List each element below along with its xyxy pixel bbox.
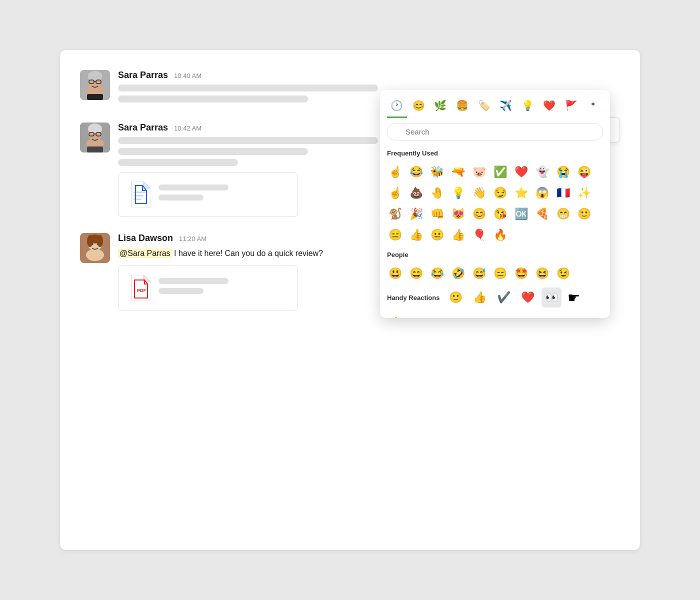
emoji-cell[interactable]: 😑 [490,264,510,284]
emoji-picker: 🕐 😊 🌿 🍔 🏷️ ✈️ 💡 ❤️ 🚩 ＊ 🔍 Frequently Used [380,90,610,318]
emoji-cell[interactable]: ❤️ [511,162,531,182]
handy-emoji-smile[interactable]: 🙂 [446,288,466,308]
emoji-cell[interactable]: ☝️ [385,183,405,203]
emoji-cell[interactable]: 😱 [532,183,552,203]
category-nature[interactable]: 🌿 [430,96,450,118]
handy-reactions-label: Handy Reactions [387,294,440,302]
svg-rect-8 [87,94,103,100]
message-1-header: Sara Parras 10:40 AM [118,70,620,80]
file-icon-blue [128,182,150,208]
emoji-picker-header: 🕐 😊 🌿 🍔 🏷️ ✈️ 💡 ❤️ 🚩 ＊ [380,90,610,118]
emoji-cell[interactable]: 👋 [469,183,489,203]
emoji-cell[interactable]: 🎈 [469,225,489,245]
emoji-picker-body[interactable]: 🔍 Frequently Used ☝️ 😂 🐝 🔫 🐷 ✅ ❤️ 👻 😭 😜 … [380,118,610,318]
emoji-cell[interactable]: 😊 [469,204,489,224]
emoji-cell[interactable]: 🤩 [511,264,531,284]
handy-emoji-eyes[interactable]: 👀 [542,288,562,308]
emoji-cell[interactable]: 😭 [553,162,573,182]
avatar-lisa [80,233,110,263]
file-icon-red: PDF [128,275,150,301]
emoji-cell[interactable]: 😻 [448,204,468,224]
category-food[interactable]: 🍔 [452,96,472,118]
handy-emoji-heart[interactable]: ❤️ [518,288,538,308]
emoji-cell[interactable]: 🙂 [574,204,594,224]
category-smileys[interactable]: 😊 [409,96,429,118]
category-slack[interactable]: ＊ [583,96,603,118]
emoji-cell[interactable]: 🤣 [448,264,468,284]
sender-name-1: Sara Parras [118,70,168,80]
emoji-cell[interactable]: ✨ [574,183,594,203]
svg-point-42 [97,243,100,246]
sender-name-2: Sara Parras [118,122,168,133]
emoji-cell[interactable]: 💩 [406,183,426,203]
file-lines-1 [158,184,288,204]
message-line-2c [118,159,238,166]
wave-hand-emoji[interactable]: 🖐️ [380,316,610,318]
category-flags[interactable]: 🚩 [562,96,582,118]
file-attachment-2[interactable]: PDF [118,266,298,310]
emoji-cell[interactable]: 😆 [532,264,552,284]
sender-name-3: Lisa Dawson [118,233,173,244]
svg-rect-17 [87,146,103,152]
svg-text:PDF: PDF [137,288,146,293]
emoji-cell[interactable]: 💡 [448,183,468,203]
svg-rect-20 [134,198,142,200]
svg-rect-13 [88,126,102,132]
emoji-cell[interactable]: 🤚 [427,183,447,203]
timestamp-2: 10:42 AM [174,124,202,132]
file-attachment-1[interactable] [118,172,298,217]
emoji-cell[interactable]: 😂 [406,162,426,182]
emoji-cell[interactable]: 🍕 [532,204,552,224]
emoji-search-wrap: 🔍 [380,118,610,146]
file-line-4 [158,288,204,294]
file-line-2 [158,194,204,200]
emoji-cell[interactable]: 🐒 [385,204,405,224]
emoji-cell[interactable]: 😃 [385,264,405,284]
file-line-3 [158,278,228,284]
emoji-cell[interactable]: 😏 [490,183,510,203]
emoji-cell[interactable]: 😘 [490,204,510,224]
emoji-cell[interactable]: 🐷 [469,162,489,182]
emoji-cell[interactable]: ☝️ [385,162,405,182]
category-objects[interactable]: 💡 [518,96,538,118]
category-recent[interactable]: 🕐 [387,96,407,118]
emoji-cell[interactable]: 😉 [553,264,573,284]
emoji-cell[interactable]: 👍 [406,225,426,245]
message-line-1a [118,84,378,92]
message-3-body: I have it here! Can you do a quick revie… [172,249,323,258]
emoji-cell[interactable]: 👍 [448,225,468,245]
timestamp-1: 10:40 AM [174,72,202,80]
emoji-cell[interactable]: 🇫🇷 [553,183,573,203]
emoji-cell[interactable]: 🔫 [448,162,468,182]
emoji-cell[interactable]: 👊 [427,204,447,224]
chat-container: Sara Parras 10:40 AM S [60,50,640,550]
emoji-cell[interactable]: 😄 [406,264,426,284]
emoji-cell[interactable]: 😅 [469,264,489,284]
file-line-1 [158,184,228,190]
svg-rect-4 [88,74,102,80]
emoji-cell[interactable]: 🎉 [406,204,426,224]
emoji-cell[interactable]: 😁 [553,204,573,224]
category-activity[interactable]: 🏷️ [474,96,494,118]
timestamp-3: 11:20 AM [179,235,206,242]
emoji-cell[interactable]: ✅ [490,162,510,182]
emoji-search-input[interactable] [387,123,603,140]
emoji-cell[interactable]: 🔥 [490,225,510,245]
category-travel[interactable]: ✈️ [496,96,516,118]
emoji-cell[interactable]: 👻 [532,162,552,182]
emoji-cell[interactable]: 😂 [427,264,447,284]
emoji-cell[interactable]: 😐 [427,225,447,245]
handy-emoji-check[interactable]: ✔️ [494,288,514,308]
emoji-cell[interactable]: 🆗 [511,204,531,224]
category-symbols[interactable]: ❤️ [540,96,560,118]
people-grid: 😃 😄 😂 🤣 😅 😑 🤩 😆 😉 [380,262,610,286]
emoji-cell[interactable]: ⭐ [511,183,531,203]
svg-point-36 [86,249,104,261]
message-line-1b [118,96,308,102]
handy-emoji-thumbsup[interactable]: 👍 [470,288,490,308]
emoji-cell[interactable]: 😑 [385,225,405,245]
emoji-cell[interactable]: 😜 [574,162,594,182]
svg-point-41 [91,243,94,246]
mention-sara: @Sara Parras [118,248,172,258]
emoji-cell[interactable]: 🐝 [427,162,447,182]
